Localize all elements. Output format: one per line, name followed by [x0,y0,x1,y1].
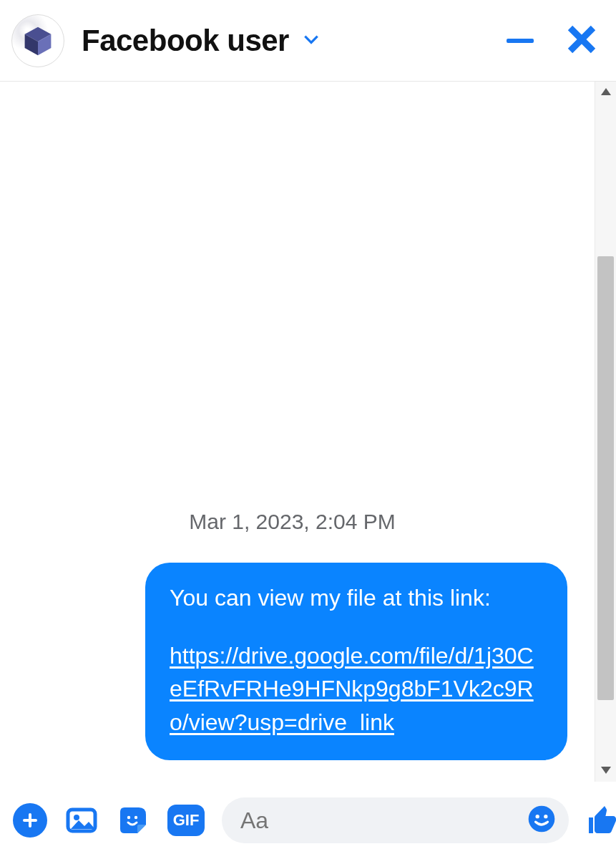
chat-body: Mar 1, 2023, 2:04 PM You can view my fil… [0,82,616,782]
scrollbar-thumb[interactable] [597,256,614,700]
plus-icon [13,803,47,838]
minimize-icon [507,39,534,43]
chat-title: Facebook user [82,24,289,58]
spacer [170,615,543,639]
spacer [17,82,567,510]
svg-point-12 [135,816,137,819]
svg-rect-8 [23,819,37,822]
message-input-wrap[interactable] [222,797,569,843]
sticker-icon [116,803,150,838]
svg-point-13 [529,806,555,833]
gif-button[interactable]: GIF [167,802,205,839]
photo-button[interactable] [64,802,99,839]
svg-point-14 [536,815,539,818]
photo-icon [64,803,99,838]
gif-icon: GIF [167,805,205,836]
svg-point-10 [74,815,79,820]
chat-header: Facebook user [0,0,616,82]
thumbs-up-icon [586,803,616,838]
message-link[interactable]: https://drive.google.com/file/d/1j30CeEf… [170,643,534,735]
message-list[interactable]: Mar 1, 2023, 2:04 PM You can view my fil… [0,82,595,782]
message-timestamp: Mar 1, 2023, 2:04 PM [17,510,567,534]
scroll-up-arrow-icon[interactable] [600,86,612,99]
chevron-down-icon [302,30,321,52]
scroll-down-arrow-icon[interactable] [600,765,612,777]
window-controls [502,22,600,59]
svg-point-11 [127,816,130,819]
close-icon [564,22,599,59]
svg-marker-5 [601,88,611,95]
sticker-button[interactable] [116,802,150,839]
cube-icon [21,24,54,57]
composer-bar: GIF [0,782,616,859]
like-button[interactable] [586,802,616,839]
message-text: You can view my file at this link: [170,585,491,611]
smile-icon [527,805,556,833]
svg-point-15 [544,815,547,818]
vertical-scrollbar[interactable] [595,82,616,782]
close-button[interactable] [563,22,600,59]
message-input[interactable] [240,807,527,834]
title-area[interactable]: Facebook user [82,24,502,58]
emoji-button[interactable] [527,805,556,836]
messenger-window: Facebook user Mar 1, 2023, 2:04 PM You c… [0,0,616,859]
scrollbar-track[interactable] [595,99,616,765]
avatar[interactable] [11,14,64,67]
svg-marker-6 [601,767,611,774]
add-button[interactable] [13,802,47,839]
sent-message-bubble[interactable]: You can view my file at this link: https… [145,563,567,760]
minimize-button[interactable] [502,22,539,59]
